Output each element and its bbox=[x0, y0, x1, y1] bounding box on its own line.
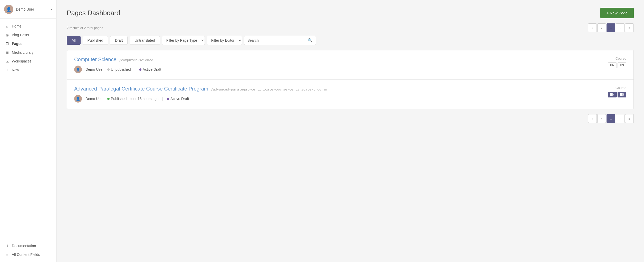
main-content: Pages Dashboard + New Page 2 results of … bbox=[56, 0, 644, 262]
author-avatar: 👤 bbox=[74, 66, 82, 73]
results-row: 2 results of 2 total pages «‹1›» bbox=[67, 23, 634, 32]
sidebar-item-label: Workspaces bbox=[12, 59, 32, 63]
status-active-draft: Active Draft bbox=[139, 67, 161, 71]
pagination-prev[interactable]: ‹ bbox=[597, 114, 606, 123]
sidebar-item-pages[interactable]: ☐Pages bbox=[0, 39, 56, 48]
results-info: 2 results of 2 total pages bbox=[67, 26, 103, 30]
all-content-fields-icon: ≡ bbox=[5, 253, 9, 257]
sidebar-item-label: New bbox=[12, 68, 19, 72]
pagination-next[interactable]: › bbox=[616, 114, 624, 123]
sidebar-item-home[interactable]: ⌂Home bbox=[0, 22, 56, 31]
top-pagination: «‹1›» bbox=[588, 23, 634, 32]
status-published: Published about 13 hours ago bbox=[107, 97, 159, 101]
sidebar: 👤 Demo User ▾ ⌂Home◉Blog Posts☐Pages▣Med… bbox=[0, 0, 56, 262]
sidebar-bottom: ℹDocumentation≡All Content Fields bbox=[0, 238, 56, 262]
page-card-left: Computer Science /computer-science 👤 Dem… bbox=[74, 57, 603, 73]
home-icon: ⌂ bbox=[5, 24, 9, 28]
pages-list: Computer Science /computer-science 👤 Dem… bbox=[67, 50, 634, 109]
filter-tab-all[interactable]: All bbox=[67, 36, 81, 45]
page-title-link[interactable]: Advanced Paralegal Certificate Course Ce… bbox=[74, 86, 208, 92]
sidebar-item-label: All Content Fields bbox=[12, 252, 40, 257]
pagination-current[interactable]: 1 bbox=[607, 23, 615, 32]
page-slug: /advanced-paralegal-certificate-course-c… bbox=[211, 87, 327, 91]
search-input[interactable] bbox=[244, 36, 305, 44]
avatar: 👤 bbox=[4, 5, 13, 14]
author-avatar: 👤 bbox=[74, 95, 82, 103]
lang-badges: ENES bbox=[608, 92, 626, 97]
sidebar-item-blog-posts[interactable]: ◉Blog Posts bbox=[0, 31, 56, 39]
page-title: Pages Dashboard bbox=[67, 9, 120, 17]
pagination-last[interactable]: » bbox=[625, 114, 634, 123]
filter-tab-draft[interactable]: Draft bbox=[110, 36, 128, 45]
pagination-first[interactable]: « bbox=[588, 23, 597, 32]
bottom-pagination-row: «‹1›» bbox=[67, 114, 634, 123]
author-name: Demo User bbox=[85, 97, 104, 101]
pagination-first[interactable]: « bbox=[588, 114, 597, 123]
bottom-pagination: «‹1›» bbox=[588, 114, 634, 123]
status-active-draft: Active Draft bbox=[167, 97, 189, 101]
header-row: Pages Dashboard + New Page bbox=[67, 8, 634, 18]
page-slug: /computer-science bbox=[119, 58, 153, 62]
filter-editor[interactable]: Filter by Editor bbox=[207, 36, 242, 45]
user-name: Demo User bbox=[16, 7, 48, 11]
sidebar-divider bbox=[0, 236, 56, 236]
page-type: Course bbox=[616, 86, 626, 90]
filters-row: AllPublishedDraftUntranslatedFilter by P… bbox=[67, 36, 634, 45]
status-dot bbox=[139, 68, 141, 71]
lang-badges: ENES bbox=[608, 62, 626, 68]
filter-tab-untranslated[interactable]: Untranslated bbox=[130, 36, 160, 45]
filter-page-type[interactable]: Filter by Page Type bbox=[162, 36, 205, 45]
lang-badge-en[interactable]: EN bbox=[608, 92, 617, 97]
sidebar-item-media-library[interactable]: ▣Media Library bbox=[0, 48, 56, 57]
lang-badge-es[interactable]: ES bbox=[618, 92, 626, 97]
sidebar-item-workspaces[interactable]: ☁Workspaces bbox=[0, 57, 56, 66]
page-card-right: Course ENES bbox=[603, 86, 626, 97]
status-dot bbox=[107, 98, 110, 100]
page-card-meta: 👤 Demo User Unpublished|Active Draft bbox=[74, 66, 603, 73]
author-name: Demo User bbox=[85, 67, 104, 71]
pagination-next[interactable]: › bbox=[616, 23, 624, 32]
page-card-left: Advanced Paralegal Certificate Course Ce… bbox=[74, 86, 603, 103]
page-card-advanced-paralegal: Advanced Paralegal Certificate Course Ce… bbox=[67, 80, 633, 109]
lang-badge-es[interactable]: ES bbox=[618, 62, 626, 68]
chevron-down-icon: ▾ bbox=[51, 8, 52, 11]
documentation-icon: ℹ bbox=[5, 244, 9, 248]
page-type: Course bbox=[616, 57, 626, 60]
sidebar-item-label: Media Library bbox=[12, 50, 34, 55]
status-unpublished: Unpublished bbox=[107, 67, 131, 71]
filter-tab-published[interactable]: Published bbox=[83, 36, 108, 45]
user-menu[interactable]: 👤 Demo User ▾ bbox=[0, 0, 56, 19]
search-button[interactable]: 🔍 bbox=[305, 36, 316, 45]
sidebar-item-label: Documentation bbox=[12, 244, 36, 248]
media-library-icon: ▣ bbox=[5, 51, 9, 55]
status-dot bbox=[107, 68, 110, 71]
sidebar-item-label: Home bbox=[12, 24, 21, 28]
sidebar-item-documentation[interactable]: ℹDocumentation bbox=[0, 241, 56, 250]
sidebar-nav: ⌂Home◉Blog Posts☐Pages▣Media Library☁Wor… bbox=[0, 19, 56, 234]
pagination-prev[interactable]: ‹ bbox=[597, 23, 606, 32]
pagination-current[interactable]: 1 bbox=[607, 114, 615, 123]
status-dot bbox=[167, 98, 169, 100]
sidebar-item-new[interactable]: +New bbox=[0, 66, 56, 74]
page-card-computer-science: Computer Science /computer-science 👤 Dem… bbox=[67, 50, 633, 80]
blog-posts-icon: ◉ bbox=[5, 33, 9, 37]
workspaces-icon: ☁ bbox=[5, 59, 9, 63]
page-card-meta: 👤 Demo User Published about 13 hours ago… bbox=[74, 95, 603, 103]
sidebar-item-all-content-fields[interactable]: ≡All Content Fields bbox=[0, 250, 56, 259]
page-title-row: Computer Science /computer-science bbox=[74, 57, 603, 62]
lang-badge-en[interactable]: EN bbox=[608, 62, 617, 68]
pages-icon: ☐ bbox=[5, 42, 9, 46]
page-title-link[interactable]: Computer Science bbox=[74, 57, 117, 62]
sidebar-item-label: Blog Posts bbox=[12, 33, 29, 37]
page-title-row: Advanced Paralegal Certificate Course Ce… bbox=[74, 86, 603, 92]
page-card-right: Course ENES bbox=[603, 57, 626, 68]
new-page-button[interactable]: + New Page bbox=[600, 8, 634, 18]
new-icon: + bbox=[5, 68, 9, 72]
search-wrapper: 🔍 bbox=[244, 36, 316, 45]
pagination-last[interactable]: » bbox=[625, 23, 634, 32]
sidebar-item-label: Pages bbox=[12, 42, 22, 46]
